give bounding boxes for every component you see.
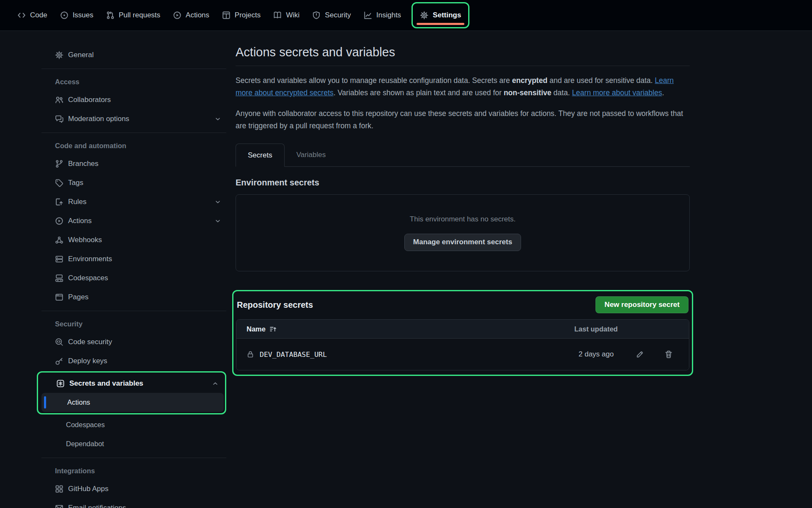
divider (41, 69, 226, 69)
sidebar-item-github-apps[interactable]: GitHub Apps (41, 479, 226, 498)
nav-tab-code[interactable]: Code (11, 0, 54, 30)
nav-tab-label: Wiki (286, 11, 299, 19)
play-circle-icon (173, 11, 181, 19)
intro-text: and are used for sensitive data. (547, 76, 655, 85)
settings-tab-highlight-ring: Settings (411, 2, 469, 28)
nav-tab-label: Security (325, 11, 351, 19)
tab-variables[interactable]: Variables (285, 143, 338, 166)
rules-icon (55, 198, 63, 206)
secret-name-cell: DEV_DATABASE_URL (247, 351, 579, 359)
active-tab-underline (417, 23, 464, 25)
chevron-down-icon (214, 116, 221, 122)
chevron-up-icon (212, 380, 219, 387)
sidebar-item-label: Secrets and variables (69, 379, 143, 388)
settings-sidebar: General Access Collaborators Moderation … (41, 31, 226, 508)
nav-tab-pull-requests[interactable]: Pull requests (100, 0, 167, 30)
sidebar-subitem-dependabot[interactable]: Dependabot (41, 434, 226, 453)
manage-environment-secrets-button[interactable]: Manage environment secrets (404, 234, 521, 251)
sidebar-subitem-actions[interactable]: Actions (41, 393, 224, 412)
nav-tab-security[interactable]: Security (306, 0, 357, 30)
sidebar-subitem-codespaces[interactable]: Codespaces (41, 415, 226, 434)
sidebar-item-email-notifications[interactable]: Email notifications (41, 498, 226, 508)
nav-tab-settings[interactable]: Settings (420, 11, 461, 19)
repository-secrets-heading: Repository secrets (237, 300, 313, 310)
sidebar-item-environments[interactable]: Environments (41, 249, 226, 268)
secrets-variables-tabnav: Secrets Variables (236, 143, 690, 167)
column-header-name[interactable]: Name (247, 325, 277, 333)
sidebar-item-label: Codespaces (68, 274, 108, 282)
sidebar-item-branches[interactable]: Branches (41, 154, 226, 173)
divider (41, 458, 226, 458)
people-icon (55, 96, 63, 104)
nav-tab-label: Settings (433, 11, 461, 19)
sidebar-item-label: Rules (68, 198, 86, 206)
intro-bold-non-sensitive: non-sensitive (504, 88, 551, 97)
nav-tab-wiki[interactable]: Wiki (267, 0, 306, 30)
sidebar-item-label: Collaborators (68, 96, 111, 104)
sidebar-item-webhooks[interactable]: Webhooks (41, 230, 226, 249)
sidebar-section-access: Access (41, 73, 226, 90)
pull-request-icon (106, 11, 115, 19)
book-icon (273, 11, 282, 19)
sidebar-item-label: Moderation options (68, 115, 129, 123)
shield-icon (312, 11, 321, 19)
environment-secrets-empty-message: This environment has no secrets. (410, 215, 516, 224)
sidebar-item-tags[interactable]: Tags (41, 173, 226, 192)
sidebar-item-code-security[interactable]: Code security (41, 332, 226, 351)
codespaces-icon (55, 274, 63, 282)
intro-text: . Variables are shown as plain text and … (334, 88, 504, 97)
sidebar-item-rules[interactable]: Rules (41, 192, 226, 211)
link-learn-more-variables[interactable]: Learn more about variables (572, 88, 662, 97)
tab-secrets[interactable]: Secrets (236, 144, 285, 167)
nav-tab-projects[interactable]: Projects (216, 0, 267, 30)
asterisk-box-icon (56, 379, 65, 388)
intro-bold-encrypted: encrypted (512, 76, 548, 85)
sidebar-item-label: Tags (68, 179, 83, 187)
environment-secrets-panel: This environment has no secrets. Manage … (236, 194, 690, 271)
nav-tab-actions[interactable]: Actions (167, 0, 216, 30)
intro-text: data. (551, 88, 572, 97)
repo-nav: Code Issues Pull requests Actions Projec… (0, 0, 812, 31)
nav-tab-label: Insights (376, 11, 401, 19)
table-icon (222, 11, 230, 19)
sidebar-subitem-label: Codespaces (66, 421, 105, 429)
divider (41, 133, 226, 133)
sidebar-item-secrets-and-variables[interactable]: Secrets and variables (41, 374, 224, 393)
server-icon (55, 255, 63, 263)
key-icon (55, 357, 63, 365)
sidebar-item-label: Code security (68, 338, 112, 346)
edit-secret-button[interactable] (634, 348, 646, 360)
code-scan-icon (55, 338, 63, 346)
sidebar-item-general[interactable]: General (41, 45, 226, 64)
nav-tab-issues[interactable]: Issues (54, 0, 100, 30)
sidebar-item-codespaces[interactable]: Codespaces (41, 268, 226, 287)
repository-secrets-table: Name Last updated DEV_DATABASE_URL 2 day… (236, 319, 689, 370)
column-header-last-updated: Last updated (574, 325, 679, 333)
graph-icon (364, 11, 372, 19)
sidebar-item-label: Email notifications (68, 504, 126, 508)
nav-tab-insights[interactable]: Insights (357, 0, 408, 30)
sidebar-item-actions[interactable]: Actions (41, 211, 226, 230)
sidebar-item-moderation-options[interactable]: Moderation options (41, 109, 226, 128)
new-repository-secret-button[interactable]: New repository secret (595, 296, 689, 313)
pencil-icon (636, 350, 644, 359)
sort-ascending-icon (269, 326, 277, 333)
sidebar-item-collaborators[interactable]: Collaborators (41, 90, 226, 109)
git-branch-icon (55, 160, 63, 168)
secret-last-updated: 2 days ago (579, 350, 634, 359)
delete-secret-button[interactable] (663, 348, 675, 360)
environment-secrets-heading: Environment secrets (236, 178, 690, 188)
column-header-label: Name (247, 325, 266, 333)
sidebar-item-label: GitHub Apps (68, 485, 108, 493)
mail-icon (55, 504, 63, 508)
divider (41, 311, 226, 311)
sidebar-item-deploy-keys[interactable]: Deploy keys (41, 351, 226, 370)
apps-grid-icon (55, 485, 63, 493)
issue-opened-icon (60, 11, 69, 19)
sidebar-item-pages[interactable]: Pages (41, 287, 226, 306)
sidebar-item-label: Webhooks (68, 236, 102, 244)
table-header-row: Name Last updated (236, 320, 689, 339)
page-title: Actions secrets and variables (236, 45, 690, 66)
sidebar-item-label: Actions (68, 217, 92, 225)
code-icon (17, 11, 26, 19)
